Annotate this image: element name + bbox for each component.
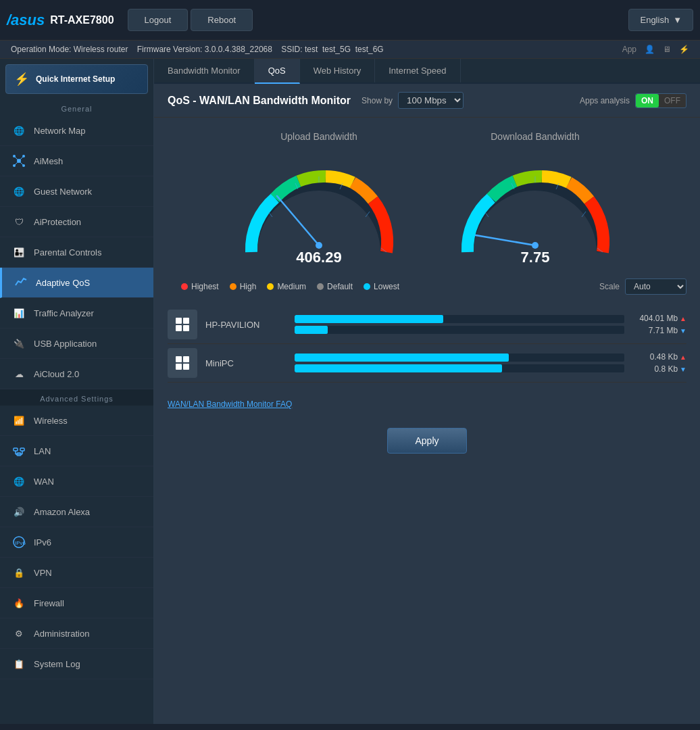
mesh-icon [11,153,27,169]
arrow-down-minipc: ▼ [680,366,686,373]
bottom-section: WAN/LAN Bandwidth Monitor FAQ [154,388,700,420]
val-minipc-upload-text: 0.48 Kb [650,352,678,362]
gauges-row: Upload Bandwidth [154,118,700,276]
reboot-button[interactable]: Reboot [191,9,253,31]
arrow-up-hp: ▲ [680,315,686,322]
legend: Highest High Medium Default Lowest [168,279,413,294]
sidebar-item-parental-controls[interactable]: 👨‍👧 Parental Controls [0,237,153,268]
sidebar-label-system-log: System Log [34,659,80,669]
op-mode-label: Operation Mode: [11,45,71,54]
quick-internet-setup[interactable]: ⚡ Quick Internet Setup [5,64,148,94]
legend-dot-default [317,283,324,290]
sidebar-item-wan[interactable]: 🌐 WAN [0,466,153,497]
scale-select[interactable]: Auto 1 Mbps 10 Mbps 100 Mbps [625,278,686,295]
apply-row: Apply [154,420,700,462]
bar-fill-hp-download [295,326,328,334]
faq-link[interactable]: WAN/LAN Bandwidth Monitor FAQ [168,399,292,409]
traffic-icon: 📊 [11,305,27,321]
sidebar-label-wireless: Wireless [34,416,68,426]
advanced-settings-label: Advanced Settings [0,389,153,406]
legend-high: High [230,282,257,291]
fw-label: Firmware Version: [137,45,203,54]
device-row-minipc: MiniPC 0.48 Kb ▲ 0.8 Kb [168,344,686,383]
legend-label-lowest: Lowest [374,282,399,291]
legend-lowest: Lowest [364,282,399,291]
ssid-label: SSID: [281,45,302,54]
legend-dot-medium [267,283,274,290]
language-label: English [640,15,669,25]
info-icons: App 👤 🖥 ⚡ [622,45,689,54]
arrow-up-minipc: ▲ [680,354,686,361]
sidebar-label-lan: LAN [34,446,51,456]
scale-label: Scale [599,282,620,291]
val-minipc-download: 0.8 Kb ▼ [654,364,686,374]
tab-web-history[interactable]: Web History [300,59,376,82]
language-selector[interactable]: English ▼ [628,9,693,31]
download-label: Download Bandwidth [491,131,580,142]
sidebar-item-traffic-analyzer[interactable]: 📊 Traffic Analyzer [0,298,153,328]
qos-header: QoS - WAN/LAN Bandwidth Monitor Show by … [154,84,700,118]
svg-line-5 [14,156,19,161]
bars-minipc [295,354,624,372]
sidebar-item-usb-application[interactable]: 🔌 USB Application [0,328,153,359]
sidebar-item-adaptive-qos[interactable]: Adaptive QoS [0,268,153,298]
val-hp-upload-text: 404.01 Mb [639,314,678,323]
apps-analysis-toggle[interactable]: ON OFF [635,93,686,108]
legend-default: Default [317,282,353,291]
lan-icon [11,443,27,459]
ipv6-icon: IPv6 [11,534,27,550]
fw-link[interactable]: 3.0.0.4.388_22068 [205,45,272,54]
guest-icon: 🌐 [11,183,27,199]
usb-icon[interactable]: ⚡ [679,45,689,54]
logout-button[interactable]: Logout [128,9,189,31]
ssid-6g[interactable]: test_6G [355,45,384,54]
svg-line-6 [19,156,24,161]
sidebar-item-network-map[interactable]: 🌐 Network Map [0,116,153,146]
legend-medium: Medium [267,282,306,291]
legend-label-medium: Medium [277,282,306,291]
download-gauge-svg: 7.75 [447,147,623,269]
device-row-hp-pavilion: HP-PAVILION 404.01 Mb ▲ 7.71 Mb [168,306,686,344]
logo-asus-text: /asus [7,11,45,29]
sidebar-item-wireless[interactable]: 📶 Wireless [0,406,153,436]
upload-label: Upload Bandwidth [280,131,357,142]
sidebar-item-aimesh[interactable]: AiMesh [0,146,153,176]
apply-button[interactable]: Apply [387,428,466,454]
values-hp: 404.01 Mb ▲ 7.71 Mb ▼ [632,314,686,335]
download-gauge-container: Download Bandwidth [447,131,623,269]
vpn-icon: 🔒 [11,564,27,581]
device-icon-minipc [168,348,197,378]
legend-highest: Highest [181,282,219,291]
ssid-test[interactable]: test [305,45,318,54]
log-icon: 📋 [11,656,27,672]
tab-qos[interactable]: QoS [255,59,300,84]
sidebar-item-administration[interactable]: ⚙ Administration [0,618,153,649]
monitor-icon[interactable]: 🖥 [663,45,671,54]
sidebar-item-aicloud[interactable]: ☁ AiCloud 2.0 [0,359,153,389]
tab-bandwidth-monitor[interactable]: Bandwidth Monitor [154,59,255,82]
ssid-5g[interactable]: test_5G [322,45,351,54]
sidebar-item-system-log[interactable]: 📋 System Log [0,649,153,679]
sidebar-item-lan[interactable]: LAN [0,436,153,466]
sidebar-item-aiprotection[interactable]: 🛡 AiProtection [0,207,153,237]
top-nav: Logout Reboot [128,9,629,31]
logo: /asus RT-AXE7800 [7,11,114,29]
sidebar-item-amazon-alexa[interactable]: 🔊 Amazon Alexa [0,497,153,527]
legend-label-high: High [240,282,257,291]
sidebar-label-firewall: Firewall [34,598,64,608]
sidebar-item-ipv6[interactable]: IPv6 IPv6 [0,527,153,558]
show-by-select[interactable]: 100 Mbps 10 Mbps 1 Gbps [398,92,464,109]
cloud-icon: ☁ [11,366,27,382]
sidebar-label-vpn: VPN [34,568,52,578]
show-by-control: Show by 100 Mbps 10 Mbps 1 Gbps [361,92,464,109]
op-mode-link[interactable]: Wireless router [74,45,128,54]
user-icon[interactable]: 👤 [645,45,655,54]
tab-internet-speed[interactable]: Internet Speed [375,59,460,82]
sidebar-item-firewall[interactable]: 🔥 Firewall [0,588,153,618]
general-section-label: General [0,99,153,116]
wifi-icon: 📶 [11,412,27,429]
sidebar-label-network-map: Network Map [34,126,86,136]
sidebar-item-vpn[interactable]: 🔒 VPN [0,558,153,588]
sidebar-item-guest-network[interactable]: 🌐 Guest Network [0,176,153,207]
admin-icon: ⚙ [11,625,27,641]
